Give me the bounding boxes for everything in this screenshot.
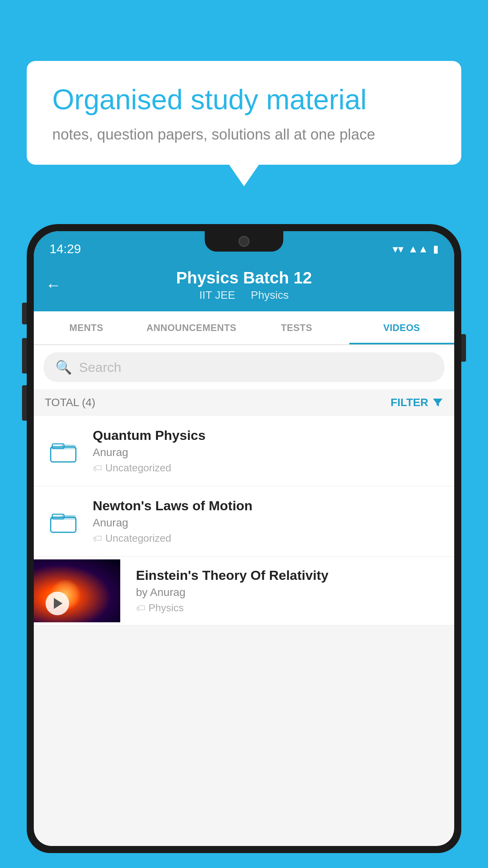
search-container: 🔍 Search — [34, 345, 454, 389]
tab-tests[interactable]: TESTS — [244, 311, 349, 344]
tag-label: Physics — [149, 602, 184, 614]
phone-mockup: 14:29 ▾▾ ▲▲ ▮ ← Physics Batch 12 IIT JEE… — [27, 224, 461, 868]
volume-up-button — [22, 338, 27, 373]
total-count: TOTAL (4) — [45, 396, 95, 409]
power-button — [461, 334, 466, 362]
header-center: Physics Batch 12 IIT JEE Physics — [176, 268, 312, 302]
search-icon: 🔍 — [55, 359, 72, 375]
front-camera — [238, 236, 250, 247]
list-item[interactable]: Quantum Physics Anurag 🏷 Uncategorized — [34, 416, 454, 486]
item-title: Quantum Physics — [93, 428, 444, 443]
phone-outer: 14:29 ▾▾ ▲▲ ▮ ← Physics Batch 12 IIT JEE… — [27, 224, 461, 853]
folder-icon — [49, 509, 77, 534]
tag-label: Uncategorized — [105, 462, 171, 474]
item-author: Anurag — [93, 446, 444, 459]
folder-icon-wrap — [44, 509, 83, 534]
filter-label: FILTER — [391, 396, 428, 409]
item-author: by Anurag — [136, 586, 446, 599]
volume-down-button — [22, 385, 27, 421]
app-header: ← Physics Batch 12 IIT JEE Physics — [34, 261, 454, 311]
filter-funnel-icon — [432, 397, 443, 408]
tag-icon: 🏷 — [93, 533, 102, 544]
phone-notch — [205, 231, 283, 252]
signal-icon: ▲▲ — [408, 243, 428, 255]
phone-screen: 14:29 ▾▾ ▲▲ ▮ ← Physics Batch 12 IIT JEE… — [34, 231, 454, 846]
tabs-bar: MENTS ANNOUNCEMENTS TESTS VIDEOS — [34, 311, 454, 345]
tag-label: Uncategorized — [105, 532, 171, 544]
item-title: Newton's Laws of Motion — [93, 498, 444, 513]
header-subtitle: IIT JEE Physics — [176, 289, 312, 302]
bubble-title: Organised study material — [52, 83, 436, 116]
folder-icon — [49, 438, 77, 464]
tag-icon: 🏷 — [93, 463, 102, 474]
item-tag: 🏷 Physics — [136, 602, 446, 614]
list-item[interactable]: Newton's Laws of Motion Anurag 🏷 Uncateg… — [34, 486, 454, 557]
wifi-icon: ▾▾ — [393, 243, 404, 256]
header-subtitle-2: Physics — [251, 289, 288, 301]
bubble-subtitle: notes, question papers, solutions all at… — [52, 126, 436, 143]
play-button[interactable] — [46, 592, 69, 615]
mute-button — [22, 303, 27, 324]
folder-icon-wrap — [44, 438, 83, 464]
play-triangle-icon — [54, 598, 62, 609]
item-author: Anurag — [93, 517, 444, 529]
status-time: 14:29 — [50, 242, 81, 256]
item-title: Einstein's Theory Of Relativity — [136, 568, 446, 583]
item-info: Newton's Laws of Motion Anurag 🏷 Uncateg… — [93, 498, 444, 544]
header-title: Physics Batch 12 — [176, 268, 312, 287]
item-tag: 🏷 Uncategorized — [93, 462, 444, 474]
header-subtitle-1: IIT JEE — [199, 289, 235, 301]
battery-icon: ▮ — [433, 243, 438, 255]
tab-videos[interactable]: VIDEOS — [349, 311, 455, 344]
svg-marker-0 — [433, 399, 442, 406]
search-bar[interactable]: 🔍 Search — [44, 352, 444, 382]
tag-icon: 🏷 — [136, 603, 145, 614]
item-info: Quantum Physics Anurag 🏷 Uncategorized — [93, 428, 444, 474]
tab-ments[interactable]: MENTS — [34, 311, 139, 344]
video-thumbnail — [34, 559, 120, 622]
video-list: Quantum Physics Anurag 🏷 Uncategorized — [34, 416, 454, 625]
filter-button[interactable]: FILTER — [391, 396, 443, 409]
filter-bar: TOTAL (4) FILTER — [34, 389, 454, 416]
back-button[interactable]: ← — [46, 276, 61, 294]
item-info: Einstein's Theory Of Relativity by Anura… — [130, 557, 454, 625]
item-tag: 🏷 Uncategorized — [93, 532, 444, 544]
speech-bubble: Organised study material notes, question… — [27, 61, 461, 165]
tab-announcements[interactable]: ANNOUNCEMENTS — [139, 311, 244, 344]
search-placeholder: Search — [79, 360, 121, 375]
list-item[interactable]: Einstein's Theory Of Relativity by Anura… — [34, 557, 454, 625]
speech-bubble-section: Organised study material notes, question… — [27, 61, 461, 165]
status-icons: ▾▾ ▲▲ ▮ — [393, 243, 438, 256]
